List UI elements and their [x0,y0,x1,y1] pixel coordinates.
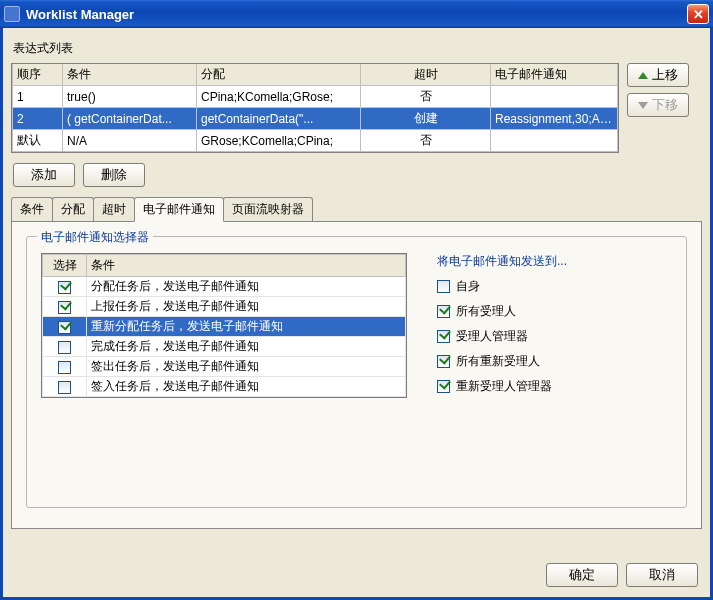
send-to-title: 将电子邮件通知发送到... [437,253,567,270]
col-seq[interactable]: 顺序 [13,64,63,86]
add-button[interactable]: 添加 [13,163,75,187]
cell-checkbox[interactable] [43,317,87,337]
cell-label: 分配任务后，发送电子邮件通知 [87,277,406,297]
dialog-body: 表达式列表 顺序 条件 分配 超时 电子邮件通知 1true()CPina;KC… [0,28,713,600]
cell-assign: getContainerData("... [197,108,361,130]
send-to-option[interactable]: 受理人管理器 [437,328,567,345]
checkbox-icon[interactable] [58,381,71,394]
tab-timeout[interactable]: 超时 [93,197,135,222]
list-item[interactable]: 上报任务后，发送电子邮件通知 [43,297,406,317]
cell-timeout: 否 [361,130,491,152]
list-item[interactable]: 签入任务后，发送电子邮件通知 [43,377,406,397]
send-to-option[interactable]: 所有受理人 [437,303,567,320]
send-to-option[interactable]: 自身 [437,278,567,295]
tab-reflect[interactable]: 页面流映射器 [223,197,313,222]
move-down-button[interactable]: 下移 [627,93,689,117]
option-label: 自身 [456,278,480,295]
window-title: Worklist Manager [26,7,134,22]
table-row[interactable]: 1true()CPina;KComella;GRose;否 [13,86,618,108]
table-row[interactable]: 2( getContainerDat...getContainerData(".… [13,108,618,130]
title-bar: Worklist Manager ✕ [0,0,713,28]
checkbox-icon[interactable] [437,380,450,393]
col-select-cond[interactable]: 条件 [87,255,406,277]
cell-seq: 1 [13,86,63,108]
cell-assign: CPina;KComella;GRose; [197,86,361,108]
list-item[interactable]: 分配任务后，发送电子邮件通知 [43,277,406,297]
cell-checkbox[interactable] [43,357,87,377]
option-label: 重新受理人管理器 [456,378,552,395]
checkbox-icon[interactable] [437,280,450,293]
cell-label: 签入任务后，发送电子邮件通知 [87,377,406,397]
list-item[interactable]: 完成任务后，发送电子邮件通知 [43,337,406,357]
fieldset-legend: 电子邮件通知选择器 [37,229,153,246]
arrow-up-icon [638,72,648,79]
close-button[interactable]: ✕ [687,4,709,24]
send-to-option[interactable]: 重新受理人管理器 [437,378,567,395]
list-item[interactable]: 签出任务后，发送电子邮件通知 [43,357,406,377]
cell-assign: GRose;KComella;CPina; [197,130,361,152]
send-to-option[interactable]: 所有重新受理人 [437,353,567,370]
col-select[interactable]: 选择 [43,255,87,277]
move-up-label: 上移 [652,66,678,84]
cell-timeout: 否 [361,86,491,108]
cell-cond: N/A [63,130,197,152]
table-row[interactable]: 默认N/AGRose;KComella;CPina;否 [13,130,618,152]
send-to-group: 将电子邮件通知发送到... 自身所有受理人受理人管理器所有重新受理人重新受理人管… [437,253,567,403]
expression-list-label: 表达式列表 [13,40,700,57]
checkbox-icon[interactable] [58,281,71,294]
ok-button[interactable]: 确定 [546,563,618,587]
cell-cond: ( getContainerDat... [63,108,197,130]
move-up-button[interactable]: 上移 [627,63,689,87]
checkbox-icon[interactable] [437,305,450,318]
tab-email[interactable]: 电子邮件通知 [134,197,224,222]
tab-cond[interactable]: 条件 [11,197,53,222]
cell-checkbox[interactable] [43,277,87,297]
cell-email [491,130,618,152]
email-selector-fieldset: 电子邮件通知选择器 选择 条件 分配任务后，发送电子邮件通知上报任务后，发送 [26,236,687,508]
col-timeout[interactable]: 超时 [361,64,491,86]
col-email[interactable]: 电子邮件通知 [491,64,618,86]
table-header-row: 顺序 条件 分配 超时 电子邮件通知 [13,64,618,86]
col-assign[interactable]: 分配 [197,64,361,86]
cell-checkbox[interactable] [43,377,87,397]
cell-checkbox[interactable] [43,297,87,317]
cell-cond: true() [63,86,197,108]
cell-label: 上报任务后，发送电子邮件通知 [87,297,406,317]
app-icon [4,6,20,22]
cell-label: 完成任务后，发送电子邮件通知 [87,337,406,357]
checkbox-icon[interactable] [437,355,450,368]
arrow-down-icon [638,102,648,109]
tab-assign[interactable]: 分配 [52,197,94,222]
checkbox-icon[interactable] [58,361,71,374]
tabs: 条件分配超时电子邮件通知页面流映射器 电子邮件通知选择器 选择 条件 [11,197,702,529]
cell-label: 重新分配任务后，发送电子邮件通知 [87,317,406,337]
move-down-label: 下移 [652,96,678,114]
selector-table[interactable]: 选择 条件 分配任务后，发送电子邮件通知上报任务后，发送电子邮件通知重新分配任务… [41,253,407,398]
tab-body-email: 电子邮件通知选择器 选择 条件 分配任务后，发送电子邮件通知上报任务后，发送 [11,221,702,529]
expression-table[interactable]: 顺序 条件 分配 超时 电子邮件通知 1true()CPina;KComella… [11,63,619,153]
checkbox-icon[interactable] [58,341,71,354]
checkbox-icon[interactable] [58,301,71,314]
cell-email [491,86,618,108]
delete-button[interactable]: 删除 [83,163,145,187]
cell-timeout: 创建 [361,108,491,130]
cancel-button[interactable]: 取消 [626,563,698,587]
cell-checkbox[interactable] [43,337,87,357]
list-item[interactable]: 重新分配任务后，发送电子邮件通知 [43,317,406,337]
checkbox-icon[interactable] [58,321,71,334]
cell-seq: 默认 [13,130,63,152]
cell-label: 签出任务后，发送电子邮件通知 [87,357,406,377]
option-label: 所有重新受理人 [456,353,540,370]
option-label: 所有受理人 [456,303,516,320]
cell-seq: 2 [13,108,63,130]
checkbox-icon[interactable] [437,330,450,343]
col-cond[interactable]: 条件 [63,64,197,86]
cell-email: Reassignment,30;As... [491,108,618,130]
option-label: 受理人管理器 [456,328,528,345]
